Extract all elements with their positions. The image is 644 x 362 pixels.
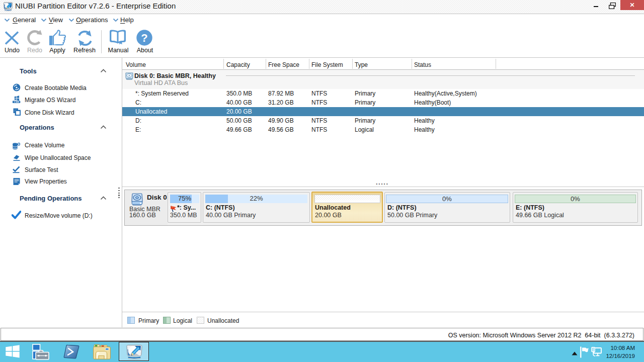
- svg-text:?: ?: [141, 32, 147, 44]
